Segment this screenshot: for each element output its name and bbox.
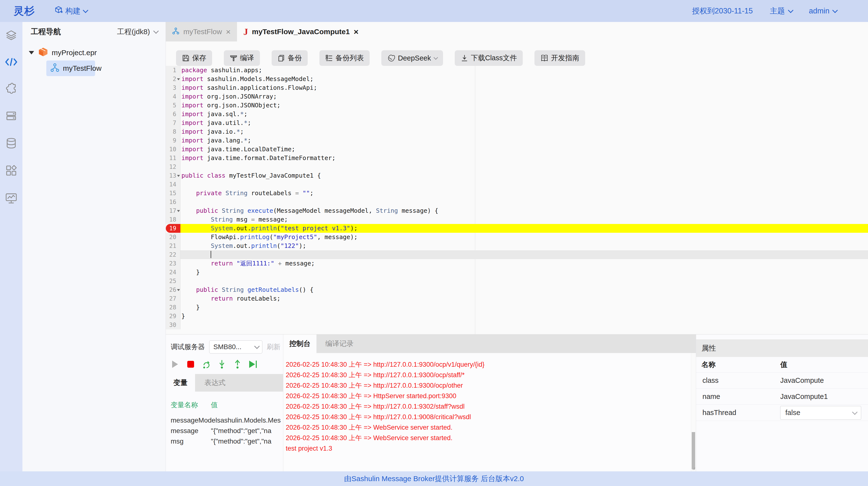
variable-row[interactable]: messageModelsashulin.Models.Mes xyxy=(171,415,283,426)
monitor-chart-icon[interactable] xyxy=(5,192,17,204)
property-value-select[interactable]: false xyxy=(780,406,861,420)
deepseek-button[interactable]: DeepSeek xyxy=(381,50,443,66)
variable-row[interactable]: msg"{"method":"get","na xyxy=(171,436,283,447)
layers-icon[interactable] xyxy=(5,29,17,41)
code-line-text[interactable]: } xyxy=(180,303,868,312)
console-scrollbar-track[interactable] xyxy=(691,353,696,471)
line-number[interactable]: 14 xyxy=(166,180,180,189)
console-scrollbar-thumb[interactable] xyxy=(692,432,695,469)
build-menu[interactable]: 构建 xyxy=(55,6,87,16)
code-editor[interactable]: 1package sashulin.apps;2import sashulin.… xyxy=(166,66,868,334)
tab-close-icon[interactable]: × xyxy=(353,28,359,36)
code-line-text[interactable]: import org.json.JSONObject; xyxy=(180,101,868,110)
line-number[interactable]: 30 xyxy=(166,321,180,330)
tab-variables[interactable]: 变量 xyxy=(166,374,195,392)
line-number[interactable]: 20 xyxy=(166,233,180,241)
backup-button[interactable]: 备份 xyxy=(272,50,308,66)
code-line-text[interactable]: System.out.println("122"); xyxy=(180,241,868,250)
step-into-icon[interactable] xyxy=(217,360,227,369)
code-line-text[interactable]: return "返回1111:" + message; xyxy=(180,259,868,268)
line-number[interactable]: 16 xyxy=(166,198,180,206)
code-line-text[interactable]: System.out.println("test project v1.3"); xyxy=(180,224,868,233)
line-number[interactable]: 7 xyxy=(166,119,180,127)
download-class-button[interactable]: 下载Class文件 xyxy=(455,50,523,66)
backup-list-button[interactable]: 备份列表 xyxy=(319,50,370,66)
plugin-puzzle-icon[interactable] xyxy=(5,83,17,95)
code-line-text[interactable]: private String routeLabels = ""; xyxy=(180,189,868,198)
code-line-text[interactable]: import org.json.JSONArray; xyxy=(180,92,868,101)
line-number[interactable]: 10 xyxy=(166,145,180,154)
project-selector[interactable]: 工程(jdk8) xyxy=(117,27,157,37)
code-line-text[interactable]: import java.util.*; xyxy=(180,119,868,127)
line-number[interactable]: 3 xyxy=(166,83,180,92)
line-number[interactable]: 15 xyxy=(166,189,180,198)
code-line-text[interactable] xyxy=(180,163,868,171)
line-number[interactable]: 27 xyxy=(166,294,180,303)
tab-mytestflow[interactable]: myTestFlow × xyxy=(166,22,237,41)
line-number[interactable]: 12 xyxy=(166,163,180,171)
tree-item-flow[interactable]: myTestFlow xyxy=(46,60,95,76)
tab-close-icon[interactable]: × xyxy=(226,28,231,36)
line-number[interactable]: 4 xyxy=(166,92,180,101)
line-number[interactable]: 24 xyxy=(166,268,180,277)
step-out-icon[interactable] xyxy=(232,360,242,369)
line-number[interactable]: 23 xyxy=(166,259,180,268)
code-line-text[interactable] xyxy=(180,321,868,330)
tree-item-project[interactable]: myProject.epr xyxy=(23,45,165,60)
code-line-text[interactable] xyxy=(180,198,868,206)
stop-icon[interactable] xyxy=(186,360,195,369)
code-line-text[interactable]: String msg = message; xyxy=(180,215,868,224)
line-number[interactable]: 29 xyxy=(166,312,180,321)
line-number[interactable]: 11 xyxy=(166,154,180,163)
compile-button[interactable]: 编译 xyxy=(224,50,260,66)
code-line-text[interactable]: FlowApi.printLog("myProject5", message); xyxy=(180,233,868,241)
play-icon[interactable] xyxy=(170,360,180,369)
code-line-text[interactable]: import sashulin.applications.FlowApi; xyxy=(180,83,868,92)
resume-icon[interactable] xyxy=(202,360,211,369)
theme-menu[interactable]: 主题 xyxy=(770,6,792,16)
line-number[interactable]: 9 xyxy=(166,136,180,145)
code-line-text[interactable]: public String execute(MessageModel messa… xyxy=(180,206,868,215)
line-number[interactable]: 5 xyxy=(166,101,180,110)
code-line-text[interactable]: return routeLabels; xyxy=(180,294,868,303)
line-number[interactable]: 25 xyxy=(166,277,180,285)
line-number[interactable]: 2 xyxy=(166,75,180,83)
code-line-text[interactable] xyxy=(180,180,868,189)
user-menu[interactable]: admin xyxy=(809,7,836,16)
refresh-button[interactable]: 刷新 xyxy=(267,342,280,351)
save-button[interactable]: 保存 xyxy=(176,50,212,66)
code-line-text[interactable]: import java.time.format.DateTimeFormatte… xyxy=(180,154,868,163)
fold-marker-icon[interactable] xyxy=(177,210,180,212)
server-icon[interactable] xyxy=(5,110,17,122)
fold-marker-icon[interactable] xyxy=(177,78,180,80)
code-line-text[interactable]: } xyxy=(180,312,868,321)
code-line-text[interactable]: import sashulin.Models.MessageModel; xyxy=(180,75,868,83)
code-line-text[interactable]: } xyxy=(180,268,868,277)
code-line-text[interactable]: import java.sql.*; xyxy=(180,110,868,119)
components-icon[interactable] xyxy=(5,165,17,177)
code-line-text[interactable] xyxy=(180,250,868,259)
line-number[interactable]: 21 xyxy=(166,241,180,250)
variable-row[interactable]: message"{"method":"get","na xyxy=(171,426,283,436)
database-icon[interactable] xyxy=(5,137,17,149)
debug-server-select[interactable]: SMB80... xyxy=(209,340,262,353)
code-line-text[interactable]: import java.time.LocalDateTime; xyxy=(180,145,868,154)
code-line-text[interactable]: import java.io.*; xyxy=(180,127,868,136)
code-icon[interactable] xyxy=(5,57,18,67)
tree-expand-caret-icon[interactable] xyxy=(29,51,34,54)
code-line-text[interactable] xyxy=(180,277,868,285)
line-number[interactable]: 22 xyxy=(166,250,180,259)
tab-compile-log[interactable]: 编译记录 xyxy=(316,335,696,353)
line-number[interactable]: 6 xyxy=(166,110,180,119)
line-number[interactable]: 28 xyxy=(166,303,180,312)
tab-expressions[interactable]: 表达式 xyxy=(195,374,283,392)
run-to-end-icon[interactable] xyxy=(248,360,258,369)
line-number[interactable]: 17 xyxy=(166,206,180,215)
line-number[interactable]: 8 xyxy=(166,127,180,136)
code-line-text[interactable]: import java.lang.*; xyxy=(180,136,868,145)
tab-javacompute[interactable]: J myTestFlow_JavaCompute1 × xyxy=(237,22,365,41)
code-line-text[interactable]: public class myTestFlow_JavaCompute1 { xyxy=(180,171,868,180)
resize-grip-icon[interactable] xyxy=(691,466,695,471)
line-number[interactable]: 13 xyxy=(166,171,180,180)
line-number[interactable]: 1 xyxy=(166,66,180,75)
